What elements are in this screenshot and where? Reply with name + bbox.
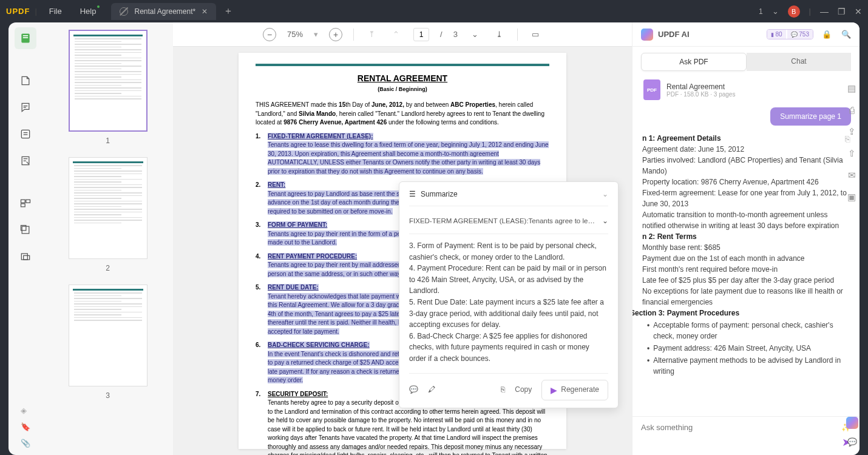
save-icon[interactable]: ▣ [847, 192, 856, 203]
ai-file-card: PDF Rental Agreement PDF · 158.0 KB · 3 … [632, 77, 860, 107]
document-area: − 75% ▾ + ⤒ ⌃ / 3 ⌄ ⤓ ▭ RENTAL AGREEMENT… [173, 22, 632, 455]
svg-rect-2 [23, 37, 28, 38]
search-icon[interactable]: 🔍 [841, 30, 851, 39]
doc-intro: THIS AGREEMENT made this 15th Day of Jun… [256, 101, 549, 127]
maximize-button[interactable]: ❐ [838, 7, 846, 16]
workspace: ◈ 🔖 📎 1 2 3 − 75% ▾ + ⤒ ⌃ / 3 ⌄ ⤓ ▭ [8, 22, 860, 455]
chat-icon[interactable]: 💬 [409, 385, 418, 395]
user-count[interactable]: 1 [759, 7, 763, 16]
page-thumb-2[interactable] [69, 157, 147, 259]
tab-ask-pdf[interactable]: Ask PDF [641, 53, 747, 71]
ai-input[interactable] [641, 423, 835, 432]
page-thumb-3[interactable] [69, 285, 147, 386]
zoom-in-button[interactable]: + [329, 28, 342, 41]
chevron-down-icon[interactable]: ⌄ [772, 7, 779, 16]
edit-icon[interactable] [15, 123, 36, 145]
bookmark-icon[interactable]: 🔖 [21, 422, 30, 431]
highlight-icon[interactable]: 🖍 [428, 385, 435, 395]
titlebar: UPDF | File Help Rental Agreement* ✕ ＋ 1… [0, 0, 868, 22]
popup-action[interactable]: Summarize [421, 189, 458, 200]
user-avatar[interactable]: B [788, 5, 800, 18]
svg-rect-4 [21, 200, 25, 203]
next-page-button[interactable]: ⌄ [469, 30, 482, 39]
prev-page-button[interactable]: ⌃ [389, 30, 402, 39]
chevron-down-icon[interactable]: ⌄ [602, 216, 608, 226]
feedback-icon[interactable]: 💬 [847, 437, 857, 447]
close-icon[interactable]: ✕ [202, 7, 208, 16]
document-tab[interactable]: Rental Agreement* ✕ [111, 3, 216, 20]
ai-panel: UPDF AI ▮ 80 💬 753 🔒 🔍 Ask PDF Chat PDF … [632, 22, 860, 455]
pdf-icon: PDF [643, 79, 660, 100]
tab-title: Rental Agreement* [134, 7, 195, 16]
reader-icon[interactable] [15, 70, 36, 92]
main-menu: File Help [49, 7, 97, 16]
page-tool-icon[interactable]: ⎙ [849, 105, 855, 115]
regenerate-button[interactable]: ▶ Regenerate [541, 380, 608, 400]
organize-icon[interactable] [15, 192, 36, 214]
copy-icon[interactable]: ⎘ [501, 385, 505, 395]
comment-icon[interactable] [15, 96, 36, 118]
form-icon[interactable] [15, 150, 36, 172]
export-icon[interactable]: ⇪ [848, 126, 856, 137]
redact-icon[interactable] [15, 246, 36, 268]
popup-body: 3. Form of Payment: Rent is to be paid b… [409, 240, 608, 365]
close-button[interactable]: ✕ [855, 7, 862, 16]
last-page-button[interactable]: ⤓ [493, 30, 506, 39]
layers-icon[interactable]: ◈ [21, 406, 30, 415]
doc-title: RENTAL AGREEMENT [256, 72, 549, 84]
tab-chat[interactable]: Chat [747, 53, 851, 71]
ai-popup: ☰ Summarize ⌄ FIXED-TERM AGREEMENT (LEAS… [399, 181, 619, 408]
page-thumb-1[interactable] [69, 30, 147, 132]
lock-icon[interactable]: 🔒 [822, 30, 832, 39]
svg-rect-5 [26, 200, 30, 203]
thumbnails-icon[interactable] [15, 27, 36, 49]
ai-input-area: ✨ ➤ [632, 416, 860, 455]
first-page-button[interactable]: ⤒ [365, 30, 378, 39]
app-logo: UPDF [6, 7, 30, 16]
presentation-icon[interactable]: ▭ [529, 30, 542, 39]
zoom-out-button[interactable]: − [263, 28, 276, 41]
popup-selection: FIXED-TERM AGREEMENT (LEASE):Tenants agr… [409, 216, 602, 226]
zoom-dropdown-icon[interactable]: ▾ [314, 30, 318, 39]
menu-help[interactable]: Help [80, 7, 97, 16]
token-badge[interactable]: ▮ 80 💬 753 [767, 29, 813, 39]
page-input[interactable] [413, 28, 429, 41]
user-message-chip: Summarize page 1 [770, 107, 851, 126]
thumbnail-panel: 1 2 3 [42, 22, 173, 455]
doc-toolbar: − 75% ▾ + ⤒ ⌃ / 3 ⌄ ⤓ ▭ [173, 22, 632, 47]
crop-icon[interactable] [15, 219, 36, 241]
tab-icon [120, 7, 128, 16]
play-icon: ▶ [551, 384, 557, 396]
left-rail: ◈ 🔖 📎 [8, 22, 42, 455]
add-tab-button[interactable]: ＋ [223, 5, 233, 18]
list-icon: ☰ [409, 189, 416, 200]
svg-rect-7 [22, 226, 29, 234]
svg-rect-9 [21, 254, 27, 260]
attachment-icon[interactable]: 📎 [21, 439, 30, 448]
share-icon[interactable]: ⇧ [848, 148, 856, 159]
svg-rect-1 [23, 35, 28, 36]
chevron-down-icon[interactable]: ⌄ [602, 189, 608, 200]
ai-file-meta: PDF · 158.0 KB · 3 pages [666, 91, 735, 98]
svg-rect-3 [21, 130, 29, 138]
document-page[interactable]: RENTAL AGREEMENT (Basic / Beginning) THI… [239, 53, 566, 449]
right-rail: ▤ ⎙ ⇪ ⇧ ✉ ▣ [843, 47, 861, 203]
ai-logo-icon [641, 29, 653, 41]
copy-button[interactable]: Copy [515, 385, 532, 395]
page-total: 3 [453, 30, 458, 39]
doc-subtitle: (Basic / Beginning) [256, 86, 549, 93]
ai-response: ⎘ n 1: Agreement DetailsAgreement date: … [632, 133, 860, 416]
thumb-label-3: 3 [42, 391, 173, 400]
minimize-button[interactable]: ― [820, 7, 829, 16]
ai-brand: UPDF AI [658, 30, 690, 39]
menu-file[interactable]: File [49, 7, 62, 16]
thumb-label-1: 1 [42, 136, 173, 145]
mail-icon[interactable]: ✉ [848, 170, 856, 181]
ocr-icon[interactable]: ▤ [847, 83, 856, 94]
thumb-label-2: 2 [42, 264, 173, 272]
zoom-value[interactable]: 75% [287, 30, 303, 39]
ai-toggle-icon[interactable] [846, 417, 858, 429]
svg-rect-10 [24, 255, 30, 260]
svg-rect-6 [21, 204, 25, 207]
ai-file-name: Rental Agreement [666, 83, 735, 91]
